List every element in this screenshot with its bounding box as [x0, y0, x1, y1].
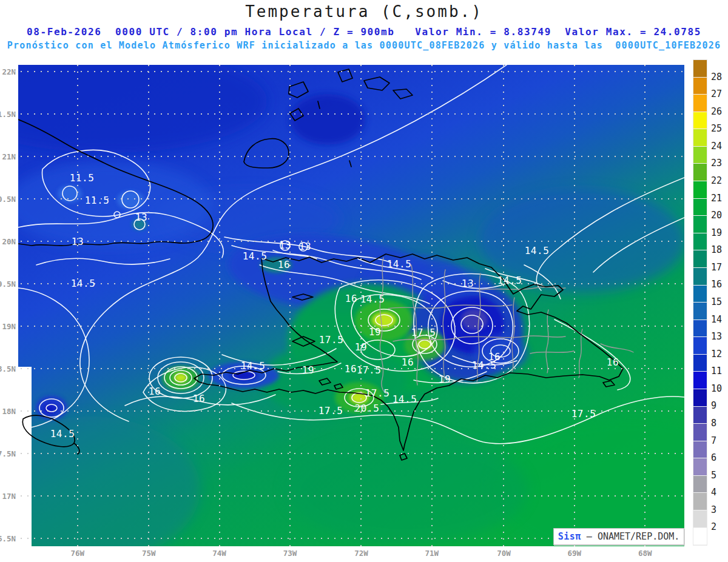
contour-label: 14.5 — [393, 393, 417, 405]
lat-tick-label: 0.5N — [0, 194, 16, 203]
colorbar-tick-label: 16 — [711, 279, 722, 290]
lon-tick-label: 70W — [497, 549, 511, 558]
colorbar-tick-label: 5 — [711, 470, 716, 481]
contour-label: 13 — [462, 278, 474, 289]
temperature-colorbar — [693, 59, 707, 546]
colorbar-tick-label: 19 — [711, 227, 722, 238]
colorbar-segment — [693, 250, 707, 268]
colorbar-tick-label: 26 — [711, 106, 722, 117]
colorbar-tick-label: 15 — [711, 296, 722, 307]
colorbar-segment — [693, 78, 707, 95]
contour-label: 19 — [369, 326, 381, 338]
colorbar-tick-label: 27 — [711, 89, 722, 99]
contour-label: 14.5 — [71, 278, 96, 289]
colorbar-segment — [693, 355, 707, 372]
colorbar-segment — [693, 268, 707, 286]
colorbar-segment — [693, 286, 707, 303]
colorbar-tick-label: 17 — [711, 262, 722, 273]
colorbar-tick-label: 8 — [711, 418, 716, 429]
contour-label: 17.5 — [411, 327, 436, 338]
contour-label: 16 — [345, 363, 357, 375]
contour-label: 11.5 — [70, 172, 95, 184]
lat-tick-label: 21N — [2, 152, 16, 161]
contour-label: 16 — [193, 393, 205, 404]
colorbar-tick-label: 12 — [711, 349, 722, 360]
colorbar-segment — [693, 303, 707, 320]
lat-tick-label: 9.5N — [0, 279, 16, 289]
colorbar-tick-label: 25 — [711, 123, 722, 134]
lat-tick-label: 18N — [2, 406, 16, 415]
contour-label: 11.5 — [85, 195, 110, 206]
colorbar-tick-label: 20 — [711, 210, 722, 221]
contour-label: 14.5 — [241, 360, 266, 372]
contour-label: 14.5 — [387, 258, 412, 270]
lat-tick-label: 6.5N — [0, 534, 16, 543]
lon-tick-label: 72W — [354, 549, 368, 558]
subtitle-model-info: Pronóstico con el Modelo Atmósferico WRF… — [0, 40, 728, 51]
contour-labels-layer: 11.511.5131314.5131314.51614.51314.514.5… — [18, 65, 684, 546]
colorbar-tick-label: 13 — [711, 331, 722, 342]
contour-label: 17.5 — [571, 408, 596, 420]
colorbar-segment — [693, 458, 707, 476]
lon-tick-label: 71W — [425, 549, 439, 558]
contour-label: 13 — [299, 241, 311, 252]
colorbar-segment — [693, 129, 707, 147]
colorbar-tick-label: 22 — [711, 175, 722, 186]
colorbar-tick-label: 6 — [711, 452, 716, 463]
watermark-org: ONAMET/REP.DOM. — [598, 531, 679, 542]
colorbar-tick-label: 23 — [711, 158, 722, 169]
lat-tick-label: 19N — [2, 322, 16, 331]
lon-tick-label: 68W — [638, 549, 652, 558]
lat-tick-label: 8.5N — [0, 364, 16, 373]
colorbar-tick-label: 11 — [711, 366, 722, 376]
colorbar-segment — [693, 60, 707, 78]
contour-label: 17.5 — [319, 334, 344, 346]
lat-tick-label: 17N — [2, 491, 16, 500]
contour-label: 13 — [279, 239, 291, 251]
colorbar-tick-label: 2 — [711, 521, 716, 532]
contour-label: 14.5 — [50, 428, 75, 440]
colorbar-segment — [693, 95, 707, 112]
colorbar-tick-label: 18 — [711, 244, 722, 255]
contour-label: 13 — [72, 236, 84, 247]
colorbar-tick-label: 21 — [711, 193, 722, 204]
colorbar-tick-label: 9 — [711, 400, 716, 411]
lon-axis: 76W75W74W73W72W71W70W69W68W — [18, 549, 684, 561]
colorbar-tick-label: 14 — [711, 314, 722, 325]
lon-tick-label: 69W — [568, 549, 582, 558]
contour-label: 19 — [355, 341, 367, 353]
lon-tick-label: 74W — [212, 549, 226, 558]
colorbar-segment — [693, 147, 707, 164]
contour-label: 16 — [149, 386, 161, 397]
colorbar-segment — [693, 216, 707, 233]
colorbar-segment — [693, 424, 707, 441]
colorbar-segment — [693, 233, 707, 251]
contour-label: 17.5 — [365, 387, 390, 399]
colorbar-segment — [693, 476, 707, 493]
colorbar-segment — [693, 441, 707, 459]
contour-label: 19 — [439, 373, 451, 385]
colorbar-segment — [693, 181, 707, 199]
colorbar-segment — [693, 164, 707, 181]
contour-label: 16 — [345, 293, 357, 304]
contour-label: 14.5 — [525, 245, 550, 256]
colorbar-segment — [693, 493, 707, 510]
lat-tick-label: 22N — [2, 67, 16, 76]
subtitle-validtime-minmax: 08-Feb-2026 0000 UTC / 8:00 pm Hora Loca… — [0, 26, 728, 38]
map-plot-area: 11.511.5131314.5131314.51614.51314.514.5… — [18, 65, 684, 546]
colorbar-segment — [693, 337, 707, 355]
temperature-forecast-chart: Temperatura (C,somb.) 08-Feb-2026 0000 U… — [0, 0, 728, 562]
contour-label: 14.5 — [472, 360, 497, 371]
contour-label: 19 — [302, 364, 314, 376]
colorbar-tick-label: 4 — [711, 487, 716, 498]
colorbar-segment — [693, 112, 707, 130]
colorbar-segment — [693, 372, 707, 389]
lat-tick-label: 20N — [2, 236, 16, 246]
colorbar-segment — [693, 510, 707, 528]
colorbar-segment — [693, 407, 707, 424]
lon-tick-label: 73W — [283, 549, 297, 558]
contour-label: 17.5 — [318, 405, 343, 416]
contour-label: 16 — [278, 259, 290, 270]
colorbar-tick-label: 28 — [711, 72, 722, 82]
contour-label: 16 — [402, 356, 414, 368]
